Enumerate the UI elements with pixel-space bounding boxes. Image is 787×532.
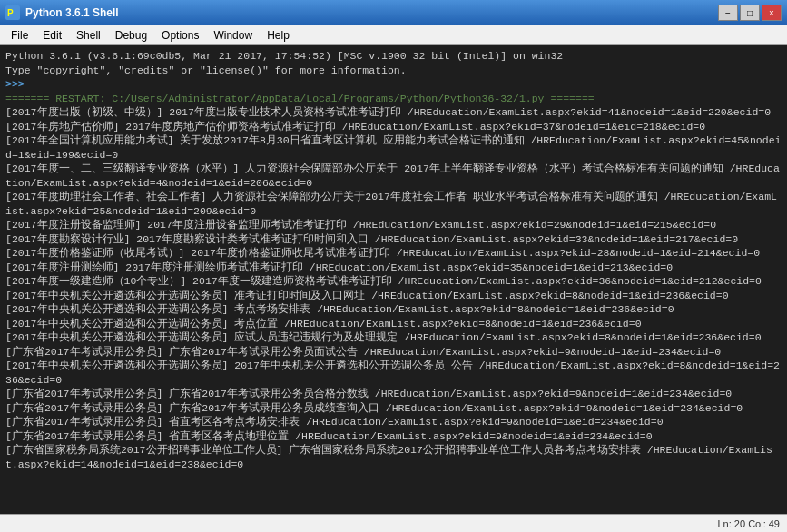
status-bar: Ln: 20 Col: 49 — [0, 514, 787, 532]
shell-output[interactable]: Python 3.6.1 (v3.6.1:69c0db5, Mar 21 201… — [0, 45, 787, 514]
menu-shell[interactable]: Shell — [69, 27, 108, 44]
minimize-button[interactable]: − — [718, 5, 738, 21]
menu-help[interactable]: Help — [260, 27, 297, 44]
menu-options[interactable]: Options — [154, 27, 206, 44]
maximize-button[interactable]: □ — [740, 5, 760, 21]
title-bar-buttons: − □ × — [718, 5, 782, 21]
menu-edit[interactable]: Edit — [35, 27, 69, 44]
close-button[interactable]: × — [762, 5, 782, 21]
cursor-position: Ln: 20 Col: 49 — [718, 518, 781, 529]
menu-debug[interactable]: Debug — [108, 27, 154, 44]
menu-window[interactable]: Window — [206, 27, 260, 44]
svg-text:P: P — [7, 8, 14, 18]
menu-file[interactable]: File — [4, 27, 35, 44]
menu-bar: File Edit Shell Debug Options Window Hel… — [0, 25, 787, 45]
title-bar-text: Python 3.6.1 Shell — [25, 6, 718, 19]
title-bar: P Python 3.6.1 Shell − □ × — [0, 0, 787, 25]
app-icon: P — [5, 5, 20, 20]
